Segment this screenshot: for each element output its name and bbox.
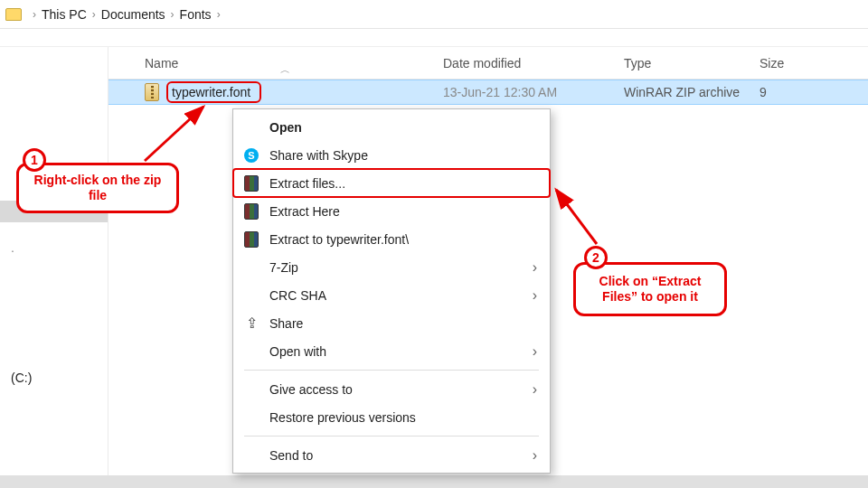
zip-archive-icon [145,83,159,101]
menu-separator [244,436,539,436]
file-row[interactable]: typewriter.font 13-Jun-21 12:30 AM WinRA… [108,80,868,105]
blank-icon [242,118,260,136]
share-icon: ⇪ [242,314,260,333]
file-type-cell: WinRAR ZIP archive [624,85,760,99]
menu-item-open[interactable]: Open [233,113,550,141]
menu-item-label: Extract files... [269,176,537,191]
winrar-icon [242,230,260,249]
sidebar-item[interactable]: . [0,240,108,255]
breadcrumb-this-pc[interactable]: This PC [42,7,87,22]
chevron-right-icon[interactable]: › [165,8,180,21]
callout-badge-1: 1 [23,148,46,172]
callout-1: Right-click on the zip file [16,163,179,213]
menu-item-label: Give access to [269,382,524,397]
folder-icon [5,8,22,21]
sidebar: . (C:) [0,47,108,488]
callout-text: Right-click on the zip file [30,173,165,204]
winrar-icon [242,202,260,221]
menu-item-label: Open with [269,344,524,359]
menu-item-label: 7-Zip [269,260,524,275]
column-header-type[interactable]: Type [624,56,760,70]
menu-item-label: Open [269,120,537,135]
callout-text: Click on “Extract Files” to open it [587,274,713,305]
column-label: Name [145,56,178,70]
menu-item-label: Share with Skype [269,148,537,163]
skype-icon: S [242,146,260,164]
toolbar-spacer [0,29,868,47]
menu-item-share-skype[interactable]: S Share with Skype [233,141,550,169]
menu-item-open-with[interactable]: Open with › [233,337,550,365]
sidebar-item-drive-c[interactable]: (C:) [0,363,108,385]
file-name-cell[interactable]: typewriter.font [108,81,443,103]
file-date-cell: 13-Jun-21 12:30 AM [443,85,624,99]
column-header-date[interactable]: Date modified [443,56,624,70]
menu-item-label: Extract Here [269,204,537,219]
blank-icon [242,408,260,427]
menu-item-restore[interactable]: Restore previous versions [233,403,550,431]
blank-icon [242,286,260,305]
winrar-icon [242,174,260,192]
blank-icon [242,258,260,277]
breadcrumb[interactable]: › This PC › Documents › Fonts › [0,0,868,29]
statusbar [0,475,868,488]
file-size-cell: 9 [760,85,868,99]
menu-item-extract-files[interactable]: Extract files... [233,169,550,197]
blank-icon [242,446,260,465]
chevron-right-icon: › [533,381,537,398]
breadcrumb-fonts[interactable]: Fonts [180,7,212,22]
menu-item-share[interactable]: ⇪ Share [233,309,550,337]
chevron-right-icon: › [533,343,537,360]
chevron-right-icon: › [533,259,537,276]
menu-item-send-to[interactable]: Send to › [233,441,550,469]
chevron-right-icon[interactable]: › [212,8,226,21]
column-header-name[interactable]: Name ︿ [108,56,443,70]
menu-item-extract-here[interactable]: Extract Here [233,197,550,225]
menu-item-7zip[interactable]: 7-Zip › [233,253,550,281]
blank-icon [242,380,260,399]
context-menu: Open S Share with Skype Extract files...… [232,108,551,474]
column-headers[interactable]: Name ︿ Date modified Type Size [108,47,868,80]
menu-item-label: Extract to typewriter.font\ [269,232,537,247]
menu-item-extract-to[interactable]: Extract to typewriter.font\ [233,225,550,253]
file-name-highlight: typewriter.font [166,81,261,103]
blank-icon [242,343,260,361]
menu-item-crc-sha[interactable]: CRC SHA › [233,281,550,309]
chevron-right-icon[interactable]: › [87,8,101,21]
callout-2: Click on “Extract Files” to open it [573,262,727,316]
breadcrumb-documents[interactable]: Documents [101,7,165,22]
menu-item-label: Send to [269,448,524,463]
menu-item-label: CRC SHA [269,288,524,303]
chevron-right-icon: › [533,287,537,304]
chevron-right-icon: › [533,447,537,464]
file-name-text: typewriter.font [172,85,250,99]
menu-item-label: Share [269,316,537,331]
menu-item-label: Restore previous versions [269,410,537,425]
column-header-size[interactable]: Size [760,56,868,70]
menu-separator [244,370,539,371]
chevron-right-icon[interactable]: › [27,8,42,21]
callout-badge-2: 2 [584,246,608,269]
sort-indicator-icon: ︿ [280,63,290,77]
menu-item-give-access[interactable]: Give access to › [233,375,550,403]
